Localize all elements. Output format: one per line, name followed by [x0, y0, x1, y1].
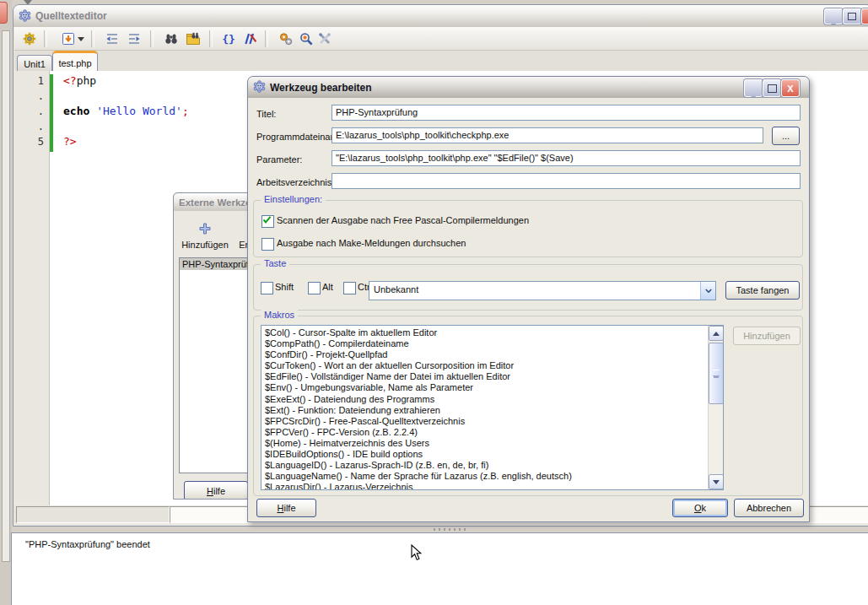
macro-list-item[interactable]: $Ext() - Funktion: Dateiendung extrahier…	[261, 405, 723, 416]
macro-list-item[interactable]: $EdFile() - Vollständiger Name der Datei…	[261, 371, 723, 382]
vertical-scrollbar[interactable]	[708, 326, 723, 489]
brackets-icon[interactable]: {}	[219, 30, 238, 48]
macro-list-item[interactable]: $FPCSrcDir() - Free-Pascal-Quelltextverz…	[261, 416, 723, 427]
title-field-label: Titel:	[256, 109, 276, 119]
add-macro-button[interactable]: Hinzufügen	[733, 327, 801, 345]
tab-label: Unit1	[24, 59, 46, 69]
macro-list-item[interactable]: $LanguageID() - Lazarus-Sprach-ID (z.B. …	[261, 460, 723, 471]
build-icon[interactable]	[277, 30, 295, 48]
key-combobox-value: Unbekannt	[369, 282, 700, 300]
key-combobox[interactable]: Unbekannt	[369, 281, 716, 300]
workdir-field[interactable]	[332, 173, 801, 189]
toggle-comment-icon[interactable]	[241, 30, 260, 48]
titlebar[interactable]: Quelltexteditor _	[13, 5, 868, 27]
parameter-field[interactable]: "E:\lazarus_tools\php_toolkit\php.exe" "…	[332, 150, 801, 166]
cancel-button[interactable]: Abbrechen	[734, 499, 804, 517]
key-group: Taste Shift Alt Ctrl Unbekannt Taste fan…	[253, 264, 803, 311]
scroll-down-button[interactable]	[709, 474, 724, 489]
macro-list-item[interactable]: $Env() - Umgebungsvariable, Name als Par…	[261, 382, 723, 393]
help-button[interactable]: Hilfe	[184, 481, 248, 500]
macro-list-item[interactable]: $CurToken() - Wort an der aktuellen Curs…	[261, 360, 723, 371]
browse-button[interactable]: ...	[772, 127, 800, 145]
help-label: ilfe	[213, 486, 225, 496]
shift-label: Shift	[275, 282, 294, 292]
dock-splitter-handle[interactable]	[434, 528, 466, 531]
macro-list-item[interactable]: $ConfDir() - Projekt-Quellpfad	[261, 349, 723, 360]
background-close-button-sliver	[0, 2, 8, 24]
lazarus-icon	[19, 9, 31, 24]
help-button[interactable]: Hilfe	[256, 499, 316, 517]
background-panel-sliver	[2, 30, 10, 562]
scrollbar-thumb[interactable]	[709, 343, 724, 404]
edit-tool-dialog: Werkzeug bearbeiten _ X Titel: PHP-Synta…	[247, 76, 810, 522]
jump-to-icon[interactable]	[59, 30, 78, 48]
grab-key-button[interactable]: Taste fangen	[725, 281, 800, 300]
modified-lines-bar	[50, 74, 53, 152]
close-button[interactable]	[861, 8, 868, 24]
tools-icon[interactable]	[315, 30, 334, 48]
toolbar-separator	[150, 30, 154, 47]
macro-list-item[interactable]: $FPCVer() - FPC-Version (z.B. 2.2.4)	[261, 427, 723, 438]
run-tool-icon[interactable]	[20, 30, 39, 48]
chevron-down-icon[interactable]	[700, 282, 715, 300]
macro-list-item[interactable]: $IDEBuildOptions() - IDE build options	[261, 449, 723, 460]
toolbar-separator	[265, 30, 268, 47]
alt-checkbox[interactable]	[308, 282, 321, 294]
maximize-button[interactable]	[763, 79, 781, 97]
ctrl-checkbox[interactable]	[343, 282, 356, 294]
code-line-3: echo 'Hello World';	[63, 105, 189, 117]
find-in-files-icon[interactable]	[184, 30, 202, 48]
add-tool-label: Hinzufügen	[181, 240, 229, 250]
message-text: "PHP-Syntaxprüfung" beendet	[25, 539, 150, 549]
macro-list-item[interactable]: $LazarusDir() - Lazarus-Verzeichnis	[261, 482, 723, 490]
scan-make-label: Ausgabe nach Make-Meldungen durchsuchen	[277, 238, 466, 248]
string-literal: 'Hello World'	[96, 105, 182, 117]
toolbar-separator	[44, 30, 47, 47]
indent-icon[interactable]	[125, 30, 143, 48]
titlebar[interactable]: Werkzeug bearbeiten _ X	[248, 77, 809, 98]
php-close-tag: ?>	[63, 135, 77, 148]
scan-fpc-label: Scannen der Ausgabe nach Free Pascal-Com…	[277, 215, 529, 225]
macro-list-item[interactable]: $ExeExt() - Dateiendung des Programms	[261, 394, 723, 405]
scan-fpc-checkbox[interactable]	[261, 215, 274, 228]
help-label: ilfe	[283, 503, 295, 513]
key-group-label: Taste	[261, 258, 289, 268]
title-field[interactable]: PHP-Syntaxprüfung	[332, 105, 801, 121]
minimize-button[interactable]: _	[824, 8, 843, 24]
unindent-icon[interactable]	[103, 30, 121, 48]
macro-list-item[interactable]: $Col() - Cursor-Spalte im aktuellem Edit…	[261, 327, 723, 338]
tab-unit1[interactable]: Unit1	[17, 55, 52, 72]
php-lang-token: php	[77, 74, 96, 87]
window-title: Quelltexteditor	[35, 10, 107, 22]
alt-label: Alt	[322, 282, 333, 292]
macro-list-item[interactable]: $(Home) - Heimatverzeichnis des Users	[261, 438, 723, 449]
plus-icon	[198, 222, 212, 237]
minimize-button[interactable]: _	[744, 79, 763, 97]
close-button[interactable]: X	[781, 79, 800, 97]
code-line-5: ?>	[63, 135, 77, 148]
shift-checkbox[interactable]	[261, 282, 273, 294]
macro-list-item[interactable]: $CompPath() - Compilerdateiname	[261, 338, 723, 349]
add-tool-button[interactable]: Hinzufügen	[179, 216, 231, 255]
help-label: H	[207, 486, 213, 496]
tab-label: test.php	[58, 58, 91, 68]
messages-panel[interactable]: "PHP-Syntaxprüfung" beendet	[11, 532, 868, 605]
inspect-icon[interactable]	[297, 30, 315, 48]
jump-to-dropdown-arrow[interactable]	[76, 30, 86, 48]
workdir-field-label: Arbeitsverzeichnis:	[256, 177, 334, 187]
scroll-up-button[interactable]	[709, 326, 724, 341]
settings-group-label: Einstellungen:	[261, 194, 326, 204]
parameter-field-label: Parameter:	[256, 154, 302, 165]
macros-group: Makros $Col() - Cursor-Spalte im aktuell…	[253, 316, 803, 496]
maximize-button[interactable]	[843, 8, 861, 24]
line-number: 1	[19, 75, 44, 87]
find-icon[interactable]	[162, 30, 181, 48]
editor-gutter: 1 . . . 5	[14, 71, 50, 505]
macros-list[interactable]: $Col() - Cursor-Spalte im aktuellem Edit…	[261, 325, 724, 490]
program-field[interactable]: E:\lazarus_tools\php_toolkit\checkphp.ex…	[332, 127, 763, 143]
ok-button[interactable]: Ok	[672, 499, 728, 517]
dialog-title: Werkzeug bearbeiten	[270, 82, 371, 94]
macro-list-item[interactable]: $LanguageName() - Name der Sprache für L…	[261, 471, 723, 482]
toolbar-separator	[91, 30, 94, 47]
scan-make-checkbox[interactable]	[261, 238, 274, 251]
